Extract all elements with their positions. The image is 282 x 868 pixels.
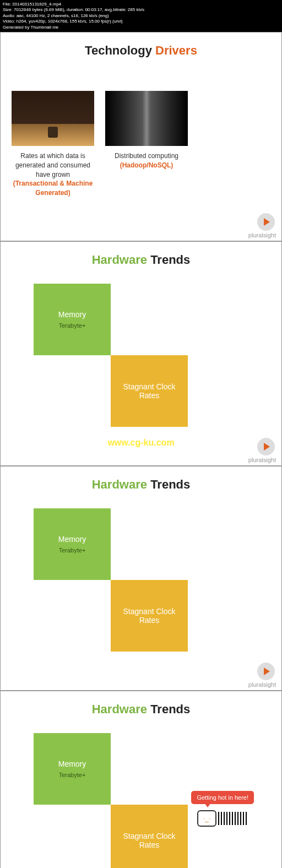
box-title: Memory (58, 760, 86, 768)
caption-text: Rates at which data is generated and con… (12, 151, 94, 179)
diagram-container: Memory Terabyte+ Stagnant Clock Rates (12, 508, 270, 663)
slide-hardware-trends-3: Hardware Trends Memory Terabyte+ Stagnan… (0, 691, 282, 868)
memory-box: Memory Terabyte+ (34, 284, 111, 355)
memory-box: Memory Terabyte+ (34, 733, 111, 805)
diagram-container: Memory Terabyte+ Stagnant Clock Rates (12, 284, 270, 438)
slide-title: Hardware Trends (12, 253, 270, 267)
box-title: Memory (58, 535, 86, 544)
meta-line: File: 20140315131829_4.mp4 (3, 2, 279, 7)
meta-line: Size: 7012848 bytes (6.69 MiB), duration… (3, 7, 279, 13)
title-accent: Hardware (92, 253, 147, 267)
clock-rates-box: Stagnant Clock Rates (111, 805, 188, 868)
file-metadata: File: 20140315131829_4.mp4 Size: 7012848… (0, 0, 282, 32)
caption-highlight: (Hadoop/NoSQL) (105, 161, 188, 170)
box-title: Stagnant Clock Rates (115, 382, 183, 400)
slide-hardware-trends-2: Hardware Trends Memory Terabyte+ Stagnan… (0, 466, 282, 691)
clock-rates-box: Stagnant Clock Rates (111, 580, 188, 652)
box-title: Memory (58, 310, 86, 319)
brand-label: pluralsight (248, 457, 276, 463)
column-right: Distributed computing (Hadoop/NoSQL) (105, 91, 188, 198)
memory-box: Memory Terabyte+ (34, 508, 111, 580)
title-rest: Trends (147, 702, 190, 716)
slide-hardware-trends-1: Hardware Trends Memory Terabyte+ Stagnan… (0, 241, 282, 466)
meta-line: Video: h264, yuv420p, 1024x768, 155 kb/s… (3, 19, 279, 24)
brand-label: pluralsight (248, 232, 276, 238)
slide-technology-drivers: Technology Drivers Rates at which data i… (0, 32, 282, 241)
caption-highlight: (Transactional & Machine Generated) (12, 179, 94, 198)
cpu-hot-graphic (197, 810, 248, 827)
play-button-icon[interactable] (257, 438, 275, 455)
brand-label: pluralsight (248, 681, 276, 688)
slide-title: Technology Drivers (12, 44, 270, 58)
speech-bubble: Getting hot in here! (191, 791, 254, 804)
watermark-text: www.cg-ku.com (107, 438, 174, 448)
title-accent: Hardware (92, 478, 147, 491)
meta-line: Generated by Thumbnail me (3, 25, 279, 30)
library-image (12, 91, 94, 146)
box-title: Stagnant Clock Rates (115, 607, 183, 625)
heatsink-icon (218, 812, 248, 825)
play-button-icon[interactable] (257, 663, 275, 680)
column-left: Rates at which data is generated and con… (12, 91, 94, 198)
title-rest: Trends (147, 253, 190, 267)
meta-line: Audio: aac, 44100 Hz, 2 channels, s16, 1… (3, 13, 279, 19)
servers-image (105, 91, 188, 146)
box-subtitle: Terabyte+ (59, 547, 86, 554)
play-button-icon[interactable] (257, 213, 275, 231)
box-subtitle: Terabyte+ (59, 322, 86, 329)
slide-title: Hardware Trends (12, 478, 270, 492)
cpu-chip-icon (197, 810, 216, 827)
diagram-container: Memory Terabyte+ Stagnant Clock Rates Ge… (12, 733, 270, 868)
two-column-layout: Rates at which data is generated and con… (12, 91, 270, 198)
slide-title: Hardware Trends (12, 702, 270, 717)
title-accent: Hardware (92, 702, 147, 716)
box-subtitle: Terabyte+ (59, 772, 86, 778)
title-rest: Trends (147, 478, 190, 491)
clock-rates-box: Stagnant Clock Rates (111, 355, 188, 427)
title-accent: Drivers (155, 44, 197, 57)
title-pre: Technology (85, 44, 155, 57)
caption-text: Distributed computing (105, 151, 188, 161)
box-title: Stagnant Clock Rates (115, 832, 183, 849)
